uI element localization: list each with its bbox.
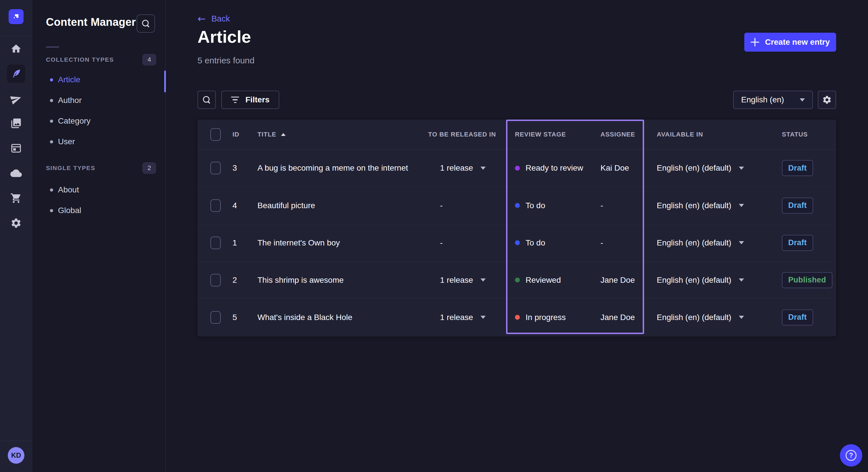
chevron-down-icon	[739, 278, 744, 281]
search-icon	[142, 20, 150, 27]
locale-dropdown[interactable]: English (en) (default)	[657, 313, 744, 322]
table-row[interactable]: 5 What's inside a Black Hole 1 release I…	[197, 299, 836, 336]
review-stage-cell: To do	[515, 201, 546, 210]
locale-dropdown[interactable]: English (en) (default)	[657, 276, 744, 285]
stage-label: Ready to review	[526, 164, 583, 173]
back-arrow-icon: ←	[197, 14, 206, 24]
cell-id: 3	[232, 164, 237, 173]
sidebar-item-user[interactable]: User	[32, 131, 162, 152]
status-badge: Draft	[782, 235, 813, 251]
row-checkbox[interactable]	[210, 311, 221, 324]
sidebar-title: Content Manager	[46, 16, 136, 28]
locale-label: English (en) (default)	[657, 238, 732, 247]
create-new-entry-label: Create new entry	[765, 38, 830, 47]
table-row[interactable]: 2 This shrimp is awesome 1 release Revie…	[197, 261, 836, 299]
home-icon[interactable]	[7, 40, 25, 58]
release-label: 1 release	[440, 276, 473, 285]
locale-label: English (en) (default)	[657, 313, 732, 322]
table-row[interactable]: 4 Beautiful picture - To do - English (e…	[197, 187, 836, 224]
app-window: KD Content Manager COLLECTION TYPES 4 Ar…	[0, 0, 868, 472]
release-dropdown[interactable]: 1 release	[440, 276, 486, 285]
back-link[interactable]: ← Back	[197, 14, 230, 24]
cell-title: This shrimp is awesome	[257, 276, 344, 285]
locale-dropdown[interactable]: English (en) (default)	[657, 238, 744, 247]
status-cell: Published	[782, 272, 832, 288]
cell-assignee: Kai Doe	[600, 164, 629, 173]
bullet-icon	[50, 120, 53, 123]
marketplace-cart-icon[interactable]	[7, 189, 25, 207]
row-checkbox[interactable]	[210, 274, 221, 286]
column-header-title[interactable]: TITLE	[257, 131, 286, 138]
release-dropdown[interactable]: 1 release	[440, 164, 486, 173]
chevron-down-icon	[480, 278, 486, 281]
select-all-checkbox[interactable]	[210, 128, 221, 141]
gear-icon	[822, 95, 832, 105]
entries-table: ID TITLE TO BE RELEASED IN REVIEW STAGE …	[197, 120, 836, 336]
status-cell: Draft	[782, 235, 813, 251]
filters-label: Filters	[245, 95, 270, 104]
sidebar-item-category[interactable]: Category	[32, 111, 162, 131]
review-stage-cell: Reviewed	[515, 276, 561, 285]
stage-dot	[515, 240, 520, 245]
locale-dropdown[interactable]: English (en) (default)	[657, 201, 744, 210]
filters-button[interactable]: Filters	[221, 91, 279, 109]
row-checkbox[interactable]	[210, 199, 221, 212]
release-dropdown: -	[440, 201, 443, 210]
column-header-available-in: AVAILABLE IN	[657, 131, 703, 138]
review-stage-cell: Ready to review	[515, 164, 583, 173]
stage-label: Reviewed	[526, 276, 561, 285]
single-types-label: SINGLE TYPES	[46, 165, 95, 171]
release-dropdown: -	[440, 238, 443, 247]
cell-title: A bug is becoming a meme on the internet	[257, 164, 408, 173]
chevron-down-icon	[739, 167, 744, 170]
release-label: 1 release	[440, 313, 473, 322]
column-header-status: STATUS	[782, 131, 808, 138]
view-settings-button[interactable]	[818, 91, 836, 109]
table-search-button[interactable]	[197, 91, 216, 109]
releases-paper-plane-icon[interactable]	[7, 90, 25, 108]
locale-select[interactable]: English (en)	[733, 91, 813, 109]
settings-gear-icon[interactable]	[7, 214, 25, 232]
sidebar-item-global[interactable]: Global	[32, 200, 162, 221]
sidebar-item-article[interactable]: Article	[32, 69, 162, 90]
sidebar-item-about[interactable]: About	[32, 179, 162, 200]
user-avatar[interactable]: KD	[8, 447, 24, 464]
chevron-down-icon	[480, 167, 486, 170]
release-dropdown[interactable]: 1 release	[440, 313, 486, 322]
sidebar-search-button[interactable]	[136, 14, 155, 33]
strapi-logo[interactable]	[9, 9, 24, 24]
content-manager-feather-icon[interactable]	[7, 65, 25, 83]
row-checkbox[interactable]	[210, 237, 221, 249]
content-type-builder-layout-icon[interactable]	[7, 139, 25, 158]
sidebar-item-author[interactable]: Author	[32, 90, 162, 111]
chevron-down-icon	[739, 204, 744, 207]
stage-label: To do	[526, 201, 546, 210]
media-library-images-icon[interactable]	[7, 114, 25, 133]
sort-ascending-icon	[281, 133, 286, 136]
bullet-icon	[50, 78, 53, 81]
entries-count: 5 entries found	[197, 56, 254, 65]
chevron-down-icon	[800, 98, 805, 102]
status-badge: Draft	[782, 309, 813, 326]
back-label: Back	[212, 14, 230, 24]
locale-label: English (en) (default)	[657, 201, 732, 210]
row-checkbox[interactable]	[210, 162, 221, 174]
locale-dropdown[interactable]: English (en) (default)	[657, 164, 744, 173]
create-new-entry-button[interactable]: Create new entry	[744, 33, 836, 52]
review-stage-cell: To do	[515, 238, 546, 247]
release-label: -	[440, 201, 443, 210]
table-row[interactable]: 1 The internet's Own boy - To do - Engli…	[197, 224, 836, 261]
stage-dot	[515, 203, 520, 208]
cell-assignee: Jane Doe	[600, 313, 635, 322]
cell-assignee: Jane Doe	[600, 276, 635, 285]
cell-id: 2	[232, 276, 237, 285]
column-header-review-stage: REVIEW STAGE	[515, 131, 566, 138]
deploy-cloud-icon[interactable]	[7, 164, 25, 182]
table-row[interactable]: 3 A bug is becoming a meme on the intern…	[197, 149, 836, 187]
content-manager-sidebar: Content Manager COLLECTION TYPES 4 Artic…	[32, 0, 166, 472]
chevron-down-icon	[739, 316, 744, 319]
status-badge: Published	[782, 272, 832, 288]
sidebar-divider	[46, 46, 59, 47]
help-button[interactable]: ?	[840, 444, 862, 467]
chevron-down-icon	[739, 241, 744, 244]
